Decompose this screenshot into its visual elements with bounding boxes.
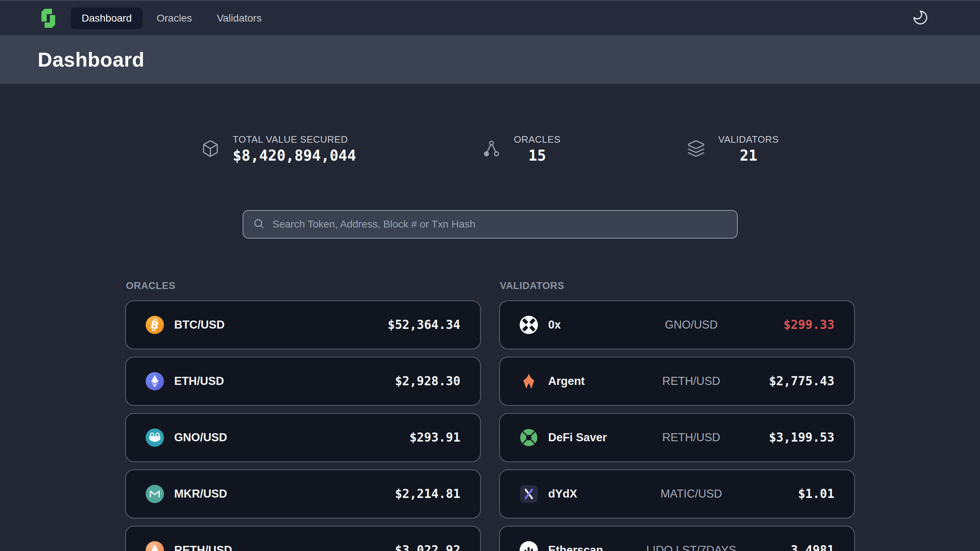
stat-value: 15 <box>514 148 561 163</box>
row-pair: LIDO LST/7DAYS <box>638 544 745 551</box>
page-header: Dashboard <box>0 35 980 84</box>
stat-label: VALIDATORS <box>718 134 779 145</box>
row-price: $299.33 <box>745 318 834 332</box>
list-item[interactable]: GNO/USD $293.91 <box>125 413 481 462</box>
row-name: Argent <box>548 375 638 388</box>
argent-icon <box>520 372 538 391</box>
reth-icon <box>146 541 164 551</box>
search-icon <box>253 218 264 231</box>
stats-row: TOTAL VALUE SECURED $8,420,894,044 ORACL… <box>0 134 980 163</box>
row-pair: RETH/USD <box>638 375 745 388</box>
list-item[interactable]: Etherscan LIDO LST/7DAYS 3.4981 <box>499 526 855 551</box>
page-title: Dashboard <box>38 48 145 71</box>
gno-icon <box>146 429 164 447</box>
cube-icon <box>201 140 220 158</box>
eth-icon <box>146 372 164 391</box>
theme-toggle-button[interactable] <box>910 8 930 28</box>
row-name: BTC/USD <box>174 318 317 332</box>
row-name: MKR/USD <box>174 487 317 500</box>
list-item[interactable]: RETH/USD $3,022.92 <box>125 526 481 551</box>
moon-icon <box>912 9 929 27</box>
row-price: $1.01 <box>745 487 834 501</box>
row-name: dYdX <box>548 487 638 500</box>
stat-validators: VALIDATORS 21 <box>687 134 779 163</box>
stat-total-value-secured: TOTAL VALUE SECURED $8,420,894,044 <box>201 134 356 163</box>
app-logo-icon <box>38 8 59 29</box>
row-pair: MATIC/USD <box>638 487 745 500</box>
nav-item-dashboard[interactable]: Dashboard <box>71 7 143 29</box>
list-item[interactable]: MKR/USD $2,214.81 <box>125 469 481 518</box>
row-name: DeFi Saver <box>548 431 638 444</box>
btc-icon: B <box>146 316 164 334</box>
list-item[interactable]: Argent RETH/USD $2,775.43 <box>499 357 855 406</box>
row-name: Etherscan <box>548 544 638 551</box>
mkr-icon <box>146 485 164 503</box>
nav-item-oracles[interactable]: Oracles <box>146 7 203 29</box>
dashboard-page: Dashboard Oracles Validators Dashboard <box>0 0 980 551</box>
list-item[interactable]: 0x GNO/USD $299.33 <box>499 300 855 349</box>
search-input[interactable] <box>272 218 727 230</box>
list-item[interactable]: ETH/USD $2,928.30 <box>125 357 481 406</box>
row-price: $2,928.30 <box>317 374 460 388</box>
stat-value: 21 <box>718 148 779 163</box>
row-price: $2,775.43 <box>745 374 834 388</box>
network-icon <box>482 140 501 158</box>
row-price: $3,199.53 <box>745 430 834 445</box>
top-navbar: Dashboard Oracles Validators <box>0 1 980 35</box>
row-price: 3.4981 <box>745 543 834 551</box>
lists-section: ORACLES B BTC/USD $52,364.34 ETH/USD $2,… <box>125 280 855 551</box>
row-name: GNO/USD <box>174 431 317 444</box>
search-bar[interactable] <box>243 210 738 238</box>
row-name: RETH/USD <box>174 544 317 551</box>
main-nav: Dashboard Oracles Validators <box>71 7 273 29</box>
etherscan-icon <box>520 541 538 551</box>
row-price: $293.91 <box>317 430 460 445</box>
row-pair: RETH/USD <box>638 431 745 444</box>
row-price: $2,214.81 <box>317 487 460 501</box>
oracles-section-label: ORACLES <box>126 280 481 292</box>
layers-icon <box>687 140 705 158</box>
validators-column: VALIDATORS 0x GNO/USD $299.33 Argent RET… <box>499 280 855 551</box>
row-pair: GNO/USD <box>638 318 745 332</box>
dydx-icon <box>520 485 538 503</box>
zrx-icon <box>520 316 538 334</box>
defisaver-icon <box>520 429 538 447</box>
row-name: ETH/USD <box>174 375 317 388</box>
stat-label: TOTAL VALUE SECURED <box>233 134 356 145</box>
row-price: $52,364.34 <box>317 318 460 332</box>
list-item[interactable]: DeFi Saver RETH/USD $3,199.53 <box>499 413 855 462</box>
validators-list: 0x GNO/USD $299.33 Argent RETH/USD $2,77… <box>499 300 855 551</box>
list-item[interactable]: dYdX MATIC/USD $1.01 <box>499 469 855 518</box>
stat-value: $8,420,894,044 <box>233 148 356 163</box>
row-price: $3,022.92 <box>317 543 460 551</box>
oracles-column: ORACLES B BTC/USD $52,364.34 ETH/USD $2,… <box>125 280 481 551</box>
nav-item-validators[interactable]: Validators <box>206 7 272 29</box>
row-name: 0x <box>548 318 638 332</box>
stat-oracles: ORACLES 15 <box>482 134 561 163</box>
oracles-list: B BTC/USD $52,364.34 ETH/USD $2,928.30 G… <box>125 300 481 551</box>
validators-section-label: VALIDATORS <box>500 280 855 292</box>
list-item[interactable]: B BTC/USD $52,364.34 <box>125 300 481 349</box>
stat-label: ORACLES <box>514 134 561 145</box>
